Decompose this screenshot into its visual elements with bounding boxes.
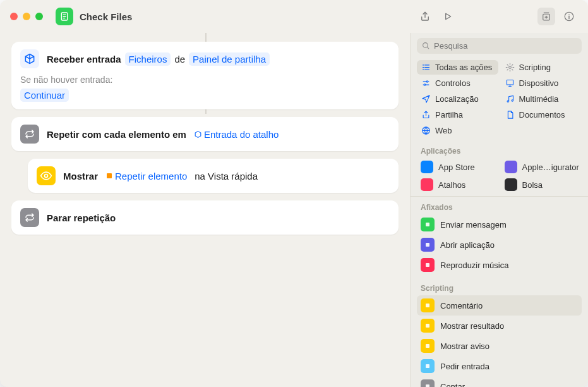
svg-rect-16 (426, 263, 429, 267)
app-item[interactable]: App Store (417, 158, 498, 176)
app-item[interactable]: Atalhos (417, 176, 498, 194)
app-label: App Store (438, 163, 475, 172)
input-source-token[interactable]: Painel de partilha (189, 52, 270, 66)
search-icon (422, 42, 430, 50)
category-controlos[interactable]: Controlos (417, 76, 498, 90)
category-label: Todas as ações (435, 63, 492, 72)
app-label: Bolsa (522, 180, 543, 190)
input-icon (20, 49, 39, 68)
web-icon (421, 126, 431, 135)
svg-point-3 (568, 14, 570, 15)
category-label: Dispositivo (519, 78, 559, 88)
action-item[interactable]: Mostrar resultado (417, 316, 582, 336)
input-type-token[interactable]: Ficheiros (125, 52, 171, 66)
library-button[interactable] (537, 8, 555, 25)
app-icon (421, 178, 433, 191)
category-scripting[interactable]: Scripting (501, 60, 582, 75)
device-icon (505, 78, 515, 88)
repeat-item-token[interactable]: Repetir elemento (102, 169, 191, 183)
action-label: Mostrar aviso (440, 341, 489, 351)
suffix-label: na Vista rápida (195, 171, 258, 181)
search-input[interactable] (434, 41, 577, 51)
action-label: Mostrar (63, 171, 98, 181)
shortcut-input-token[interactable]: Entrada do atalho (190, 128, 282, 141)
action-label: Enviar mensagem (440, 220, 507, 230)
category-multimédia[interactable]: Multimédia (501, 92, 582, 106)
action-item[interactable]: Pedir entrada (417, 356, 582, 376)
svg-point-11 (507, 101, 509, 102)
category-label: Web (435, 126, 452, 135)
svg-rect-21 (426, 384, 429, 387)
repeat-end-icon (20, 208, 39, 227)
scripting-header: Scripting (411, 280, 588, 295)
continue-token[interactable]: Continuar (20, 89, 69, 102)
repeat-icon (20, 125, 39, 144)
action-label: Pedir entrada (440, 362, 489, 371)
music-icon (505, 94, 515, 104)
category-documentos[interactable]: Documentos (501, 108, 582, 122)
category-label: Documentos (519, 110, 565, 120)
svg-rect-17 (426, 304, 429, 307)
category-label: Localização (435, 94, 479, 104)
search-field[interactable] (417, 38, 582, 54)
action-repeat-each[interactable]: Repetir com cada elemento em Entrada do … (11, 117, 399, 151)
app-item[interactable]: Apple…igurator (501, 158, 582, 176)
app-item[interactable]: Bolsa (501, 176, 582, 194)
share-icon (421, 110, 431, 120)
action-item[interactable]: Enviar mensagem (417, 214, 582, 235)
category-label: Scripting (519, 63, 551, 72)
svg-rect-14 (426, 223, 429, 226)
svg-rect-5 (107, 173, 112, 178)
action-receive-input[interactable]: Receber entrada Ficheiros de Painel de p… (11, 42, 399, 109)
app-icon (505, 161, 517, 173)
category-partilha[interactable]: Partilha (417, 108, 498, 122)
info-button[interactable] (560, 8, 578, 25)
apps-header: Aplicações (411, 143, 588, 158)
category-label: Multimédia (519, 94, 559, 104)
app-label: Atalhos (438, 180, 465, 190)
minimize-window[interactable] (23, 13, 30, 20)
close-window[interactable] (10, 13, 18, 20)
action-label: Contar (440, 382, 465, 388)
sliders-icon (421, 78, 431, 88)
category-dispositivo[interactable]: Dispositivo (501, 76, 582, 90)
category-web[interactable]: Web (417, 123, 498, 138)
eye-icon (37, 166, 56, 185)
app-icon (421, 161, 433, 173)
share-button[interactable] (416, 8, 434, 25)
run-button[interactable] (439, 8, 457, 25)
gear-icon (505, 63, 515, 72)
action-label: Repetir com cada elemento em (47, 129, 186, 140)
action-item[interactable]: Contar (417, 376, 582, 387)
category-localização[interactable]: Localização (417, 92, 498, 106)
app-icon (505, 178, 517, 191)
action-icon (421, 359, 435, 373)
action-item[interactable]: Reproduzir música (417, 255, 582, 275)
svg-rect-10 (507, 80, 513, 85)
action-label: Parar repetição (47, 212, 116, 223)
action-icon (421, 258, 435, 272)
action-show-quicklook[interactable]: Mostrar Repetir elemento na Vista rápida (28, 159, 399, 193)
svg-point-9 (424, 84, 426, 86)
action-label: Receber entrada (47, 54, 121, 64)
action-item[interactable]: Mostrar aviso (417, 336, 582, 356)
category-todas-as-ações[interactable]: Todas as ações (417, 60, 498, 75)
of-label: de (174, 54, 185, 64)
action-label: Abrir aplicação (440, 240, 495, 250)
category-label: Partilha (435, 110, 463, 120)
action-end-repeat[interactable]: Parar repetição (11, 200, 399, 235)
svg-point-8 (426, 81, 428, 83)
traffic-lights[interactable] (10, 13, 43, 20)
svg-rect-18 (426, 324, 429, 328)
app-label: Apple…igurator (522, 163, 579, 172)
zoom-window[interactable] (35, 13, 43, 20)
window-title: Check Files (80, 11, 132, 22)
category-label: Controlos (435, 78, 471, 88)
action-icon (421, 379, 435, 387)
action-label: Reproduzir música (440, 261, 508, 270)
action-icon (421, 339, 435, 353)
action-item[interactable]: Comentário (417, 295, 582, 316)
action-item[interactable]: Abrir aplicação (417, 235, 582, 255)
svg-rect-19 (426, 344, 429, 348)
svg-point-7 (508, 66, 511, 69)
